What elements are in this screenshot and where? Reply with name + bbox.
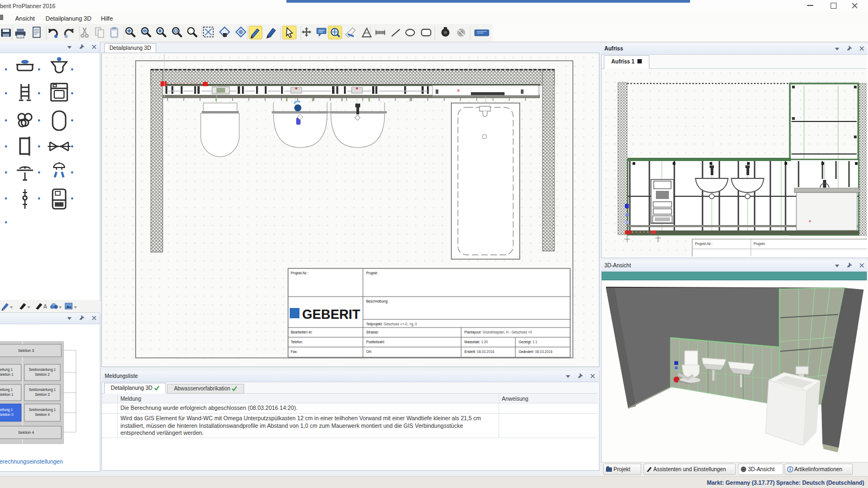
svg-text:Teilprojekt: Geschoss <+-0, +: Teilprojekt: Geschoss <+-0, +g, 0 [366,322,417,326]
svg-text:Sektionsleitung 1: Sektionsleitung 1 [29,388,56,392]
svg-text:Sektionsleitung 1: Sektionsleitung 1 [29,408,56,412]
svg-text:Massstab: 1:20: Massstab: 1:20 [464,340,488,344]
svg-text:Projekt-Nr.:: Projekt-Nr.: [695,242,713,246]
svg-text:Gezeigt: 1:1: Gezeigt: 1:1 [519,340,538,344]
svg-text:Sektion 2: Sektion 2 [35,373,49,376]
svg-text:Telefon:: Telefon: [291,340,303,344]
svg-text:leitung 1: leitung 1 [0,408,13,412]
svg-text:A: A [43,304,47,310]
svg-text:Projekt:: Projekt: [366,271,378,275]
svg-text:Sektion 4: Sektion 4 [35,413,49,416]
svg-text:leitung 1: leitung 1 [0,368,13,372]
svg-text:Sektion 3: Sektion 3 [0,413,14,416]
svg-text:Fax:: Fax: [291,350,298,354]
svg-text:Sektion 4: Sektion 4 [18,431,34,434]
svg-text:Ort:: Ort: [366,350,372,354]
svg-text:Sektion 3: Sektion 3 [35,393,49,396]
svg-text:Sektion 1: Sektion 1 [0,373,14,376]
svg-text:Postleitzahl:: Postleitzahl: [366,340,385,344]
svg-text:Erstellt: 08.03.2016: Erstellt: 08.03.2016 [464,350,495,354]
svg-text:Planlayout: Grundrissplan, H: Planlayout: Grundrissplan, H - Geschoss … [464,330,532,335]
svg-text:Projekt:: Projekt: [754,242,765,246]
svg-text:Sektion 3: Sektion 3 [18,349,34,352]
svg-text:Strasse:: Strasse: [366,330,379,334]
svg-text:Geändert: 08.03.2016: Geändert: 08.03.2016 [519,350,553,354]
svg-text:leitung 1: leitung 1 [0,388,13,392]
svg-text:Projekt-Nr.:: Projekt-Nr.: [291,271,308,275]
svg-text:Beschreibung:: Beschreibung: [366,299,388,304]
svg-text:Bearbeiter/-in:: Bearbeiter/-in: [291,330,312,334]
svg-text:Sektionsleitung 1: Sektionsleitung 1 [29,368,56,372]
svg-text:GEBERIT: GEBERIT [302,307,360,322]
svg-text:Sektion 1: Sektion 1 [0,393,14,396]
